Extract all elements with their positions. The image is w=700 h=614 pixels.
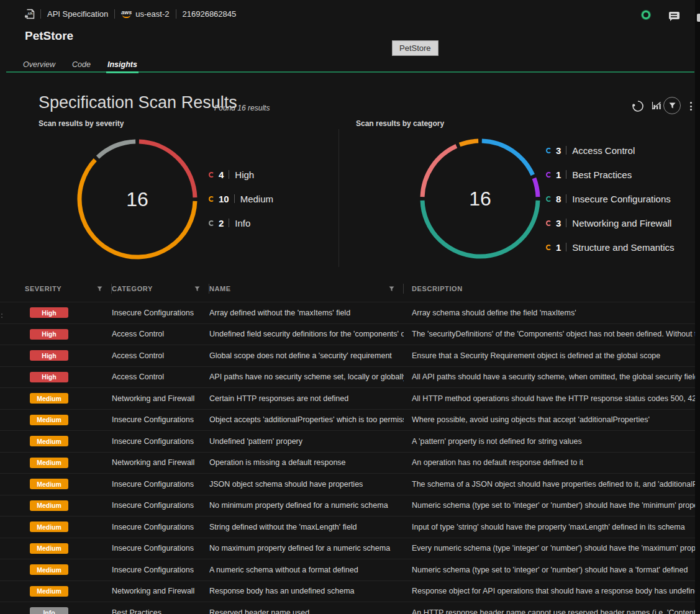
legend-item-medium[interactable]: 10Medium	[209, 191, 273, 207]
donut-center-total: 16	[126, 188, 148, 210]
legend-divider	[566, 146, 566, 155]
legend-count: 1	[556, 169, 561, 180]
legend-item-insecure-configurations[interactable]: 8Insecure Configurations	[546, 191, 675, 207]
category-cell: Best Practices	[112, 608, 209, 614]
description-cell: Every numeric schema (type 'integer' or …	[404, 544, 695, 553]
category-cell: Insecure Configurations	[112, 544, 209, 553]
legend-marker-icon	[546, 148, 552, 153]
severity-badge: Medium	[30, 500, 68, 511]
table-row[interactable]: MediumInsecure ConfigurationsUndefined '…	[0, 430, 695, 452]
table-row[interactable]: HighAccess ControlAPI paths have no secu…	[0, 366, 695, 388]
tab-overview[interactable]: Overview	[23, 56, 55, 73]
category-cell: Networking and Firewall	[112, 587, 209, 595]
severity-donut-chart: 16	[75, 137, 199, 261]
breadcrumb-app: API Specification	[47, 9, 108, 19]
legend-divider	[566, 170, 566, 179]
legend-count: 3	[556, 218, 561, 228]
results-count: Found 16 results	[214, 104, 270, 112]
petstore-tooltip: PetStore	[392, 40, 439, 56]
breadcrumb-divider	[40, 9, 41, 19]
kebab-menu-icon[interactable]	[687, 100, 694, 112]
chart-title-category: Scan results by category	[356, 119, 444, 128]
donut-segment-info	[98, 142, 135, 157]
legend-marker-icon	[546, 196, 552, 202]
description-cell: The schema of a JSON object should have …	[404, 480, 695, 489]
legend-divider	[229, 170, 229, 179]
breadcrumb-region: us-east-2	[135, 9, 169, 19]
table-row[interactable]: MediumInsecure ConfigurationsString defi…	[0, 516, 695, 538]
table-row[interactable]: MediumNetworking and FirewallOperation i…	[0, 452, 695, 474]
severity-badge: Medium	[30, 393, 68, 404]
category-cell: Access Control	[112, 372, 209, 381]
breadcrumb-divider	[176, 9, 176, 19]
name-cell: A numeric schema without a format define…	[209, 566, 404, 574]
category-cell: Access Control	[112, 351, 209, 360]
refresh-icon[interactable]	[631, 99, 645, 113]
table-row[interactable]: MediumInsecure ConfigurationsJSON object…	[0, 473, 695, 495]
severity-cell: Medium	[25, 543, 112, 554]
category-cell: Access Control	[112, 330, 209, 338]
table-row[interactable]: MediumInsecure ConfigurationsA numeric s…	[0, 559, 695, 580]
filter-circle-icon[interactable]	[663, 97, 681, 114]
table-row[interactable]: HighInsecure ConfigurationsArray defined…	[0, 302, 695, 323]
severity-badge: Medium	[30, 458, 68, 468]
column-header-description: DESCRIPTION	[404, 284, 695, 294]
legend-item-access-control[interactable]: 3Access Control	[546, 142, 675, 158]
severity-legend: 4High10Medium2Info	[209, 166, 273, 239]
severity-badge: High	[30, 372, 68, 382]
table-row[interactable]: MediumNetworking and FirewallResponse bo…	[0, 580, 695, 602]
legend-divider	[229, 219, 229, 227]
severity-cell: High	[25, 372, 112, 382]
table-row[interactable]: MediumInsecure ConfigurationsNo minimum …	[0, 495, 695, 517]
tab-bar: OverviewCodeInsights	[0, 56, 694, 73]
tab-code[interactable]: Code	[72, 56, 91, 73]
legend-item-best-practices[interactable]: 1Best Practices	[546, 166, 675, 183]
table-row[interactable]: MediumInsecure ConfigurationsObject acce…	[0, 409, 695, 431]
table-row[interactable]: HighAccess ControlGlobal scope does not …	[0, 345, 695, 366]
results-table: SEVERITY CATEGORY NAME DESCRIPTION HighI…	[0, 281, 695, 614]
legend-item-high[interactable]: 4High	[209, 166, 273, 183]
legend-item-structure-and-semantics[interactable]: 1Structure and Semantics	[546, 239, 675, 255]
api-document-icon: API	[24, 8, 35, 20]
donut-segment-networking-and-firewall	[422, 146, 457, 197]
description-cell: A 'pattern' property is not defined for …	[404, 437, 695, 446]
description-cell: An HTTP response header name cannot use …	[404, 608, 695, 614]
chart-icon[interactable]	[651, 100, 662, 111]
legend-marker-icon	[209, 196, 214, 202]
name-cell: No minimum property defined for a numeri…	[209, 501, 404, 510]
tab-insights[interactable]: Insights	[107, 56, 137, 73]
filter-funnel-icon[interactable]	[389, 286, 394, 292]
chat-bubble-icon[interactable]	[669, 12, 680, 19]
severity-badge: High	[30, 307, 68, 318]
description-cell: Response object for API operations that …	[404, 587, 695, 595]
name-cell: JSON object schema should have propertie…	[209, 480, 404, 489]
table-row[interactable]: HighAccess ControlUndefined field securi…	[0, 323, 695, 345]
severity-cell: High	[25, 307, 112, 318]
legend-marker-icon	[546, 220, 552, 226]
legend-count: 8	[556, 194, 561, 204]
category-cell: Networking and Firewall	[112, 458, 209, 467]
severity-cell: Medium	[25, 436, 112, 446]
legend-item-info[interactable]: 2Info	[209, 215, 273, 231]
name-cell: Global scope does not define a 'security…	[209, 351, 404, 360]
table-row[interactable]: InfoBest PracticesReserved header name u…	[0, 602, 695, 614]
left-drag-grip[interactable]	[0, 309, 4, 322]
charts-divider	[339, 129, 339, 267]
filter-funnel-icon[interactable]	[194, 286, 200, 292]
table-row[interactable]: MediumInsecure ConfigurationsNo maximum …	[0, 538, 695, 559]
category-cell: Insecure Configurations	[112, 309, 209, 317]
category-donut-chart: 16	[418, 137, 542, 261]
legend-label: Best Practices	[572, 169, 632, 180]
severity-cell: Medium	[25, 500, 112, 511]
legend-item-networking-and-firewall[interactable]: 3Networking and Firewall	[546, 215, 675, 231]
name-cell: Undefined 'pattern' propery	[209, 437, 404, 446]
legend-count: 2	[219, 218, 224, 228]
legend-label: Structure and Semantics	[572, 242, 674, 253]
breadcrumb-divider	[114, 9, 115, 19]
severity-badge: High	[30, 350, 68, 361]
legend-count: 3	[556, 145, 561, 156]
table-row[interactable]: MediumNetworking and FirewallCertain HTT…	[0, 387, 695, 409]
description-cell: Numeric schema (type set to 'integer' or…	[404, 566, 695, 574]
filter-funnel-icon[interactable]	[97, 286, 102, 292]
status-ring-icon[interactable]	[642, 11, 650, 19]
